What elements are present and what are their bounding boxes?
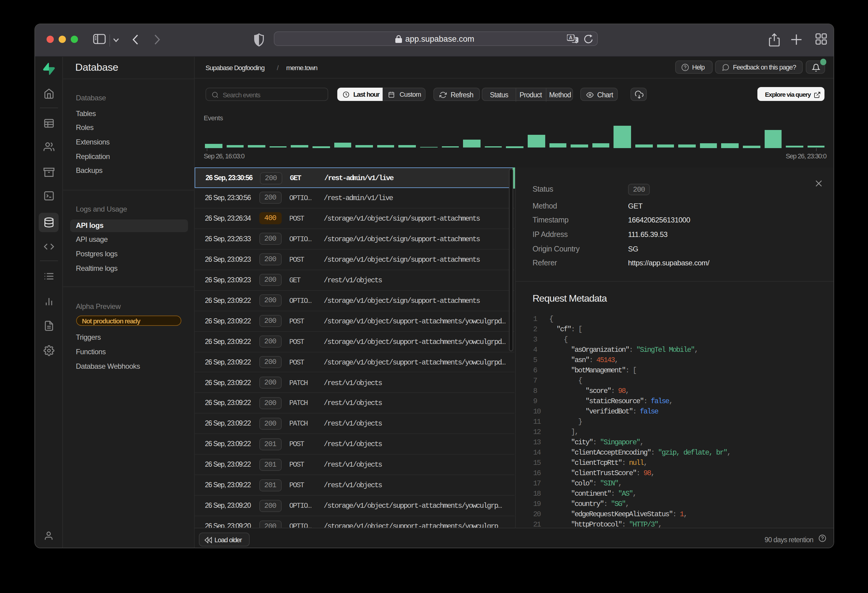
svg-text:文: 文 [573, 37, 577, 42]
svg-text:A: A [568, 35, 572, 40]
